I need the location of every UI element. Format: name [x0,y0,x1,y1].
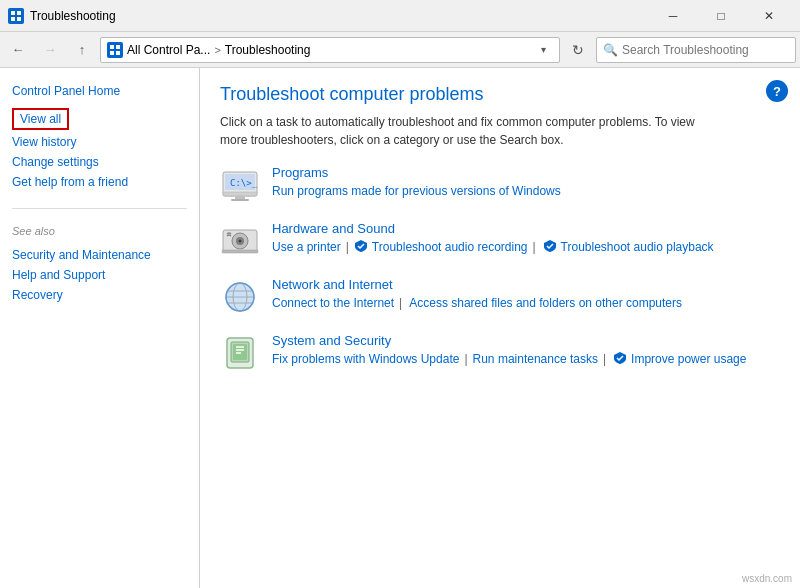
system-content: System and Security Fix problems with Wi… [272,333,780,366]
content-title: Troubleshoot computer problems [220,84,780,105]
hardware-icon [220,221,260,261]
sidebar-link-view-all[interactable]: View all [12,108,69,130]
sep4: | [464,352,467,366]
address-bar: ← → ↑ All Control Pa... > Troubleshootin… [0,32,800,68]
svg-rect-0 [11,11,15,15]
svg-rect-6 [110,51,114,55]
network-link-1[interactable]: Connect to the Internet [272,296,394,310]
category-hardware: Hardware and Sound Use a printer | Troub… [220,221,780,261]
hardware-content: Hardware and Sound Use a printer | Troub… [272,221,780,254]
app-icon [8,8,24,24]
svg-point-17 [239,240,242,243]
search-input[interactable] [622,43,789,57]
window-title: Troubleshooting [30,9,650,23]
path-parent: All Control Pa... [127,43,210,57]
search-icon: 🔍 [603,43,618,57]
sidebar-divider [12,208,187,209]
search-box[interactable]: 🔍 [596,37,796,63]
svg-rect-12 [231,199,249,201]
sidebar-links: View all View history Change settings Ge… [12,108,187,192]
shield-icon-2 [543,239,557,253]
window-controls: ─ □ ✕ [650,0,792,32]
shield-icon-1 [354,239,368,253]
main-container: Control Panel Home View all View history… [0,68,800,588]
svg-rect-11 [235,196,245,199]
minimize-button[interactable]: ─ [650,0,696,32]
sidebar-link-recovery[interactable]: Recovery [12,285,187,305]
svg-rect-2 [11,17,15,21]
sidebar-link-help[interactable]: Help and Support [12,265,187,285]
system-link-3[interactable]: Improve power usage [631,352,746,366]
network-link-2[interactable]: Access shared files and folders on other… [409,296,682,310]
network-content: Network and Internet Connect to the Inte… [272,277,780,310]
sidebar-link-security[interactable]: Security and Maintenance [12,245,187,265]
sidebar-link-change-settings[interactable]: Change settings [12,152,187,172]
sep5: | [603,352,606,366]
sidebar: Control Panel Home View all View history… [0,68,200,588]
help-button[interactable]: ? [766,80,788,102]
svg-text:C:\>_: C:\>_ [230,178,258,188]
path-current: Troubleshooting [225,43,311,57]
svg-rect-1 [17,11,21,15]
hardware-title[interactable]: Hardware and Sound [272,221,780,236]
network-title[interactable]: Network and Internet [272,277,780,292]
close-button[interactable]: ✕ [746,0,792,32]
svg-rect-7 [116,51,120,55]
system-links: Fix problems with Windows Update | Run m… [272,352,780,366]
network-icon [220,277,260,317]
sidebar-link-get-help[interactable]: Get help from a friend [12,172,187,192]
address-path[interactable]: All Control Pa... > Troubleshooting ▾ [100,37,560,63]
programs-icon: C:\>_ [220,165,260,205]
hardware-link-1[interactable]: Use a printer [272,240,341,254]
system-title[interactable]: System and Security [272,333,780,348]
refresh-button[interactable]: ↻ [564,36,592,64]
system-link-2[interactable]: Run maintenance tasks [473,352,598,366]
hardware-link-3[interactable]: Troubleshoot audio playback [561,240,714,254]
svg-rect-3 [17,17,21,21]
maximize-button[interactable]: □ [698,0,744,32]
category-network: Network and Internet Connect to the Inte… [220,277,780,317]
system-icon [220,333,260,373]
path-dropdown-button[interactable]: ▾ [533,37,553,63]
see-also-label: See also [12,225,187,237]
svg-rect-4 [110,45,114,49]
hardware-links: Use a printer | Troubleshoot audio recor… [272,240,780,254]
programs-links: Run programs made for previous versions … [272,184,780,198]
category-system: System and Security Fix problems with Wi… [220,333,780,373]
content-area: ? Troubleshoot computer problems Click o… [200,68,800,588]
path-icon [107,42,123,58]
up-button[interactable]: ↑ [68,36,96,64]
programs-title[interactable]: Programs [272,165,780,180]
back-button[interactable]: ← [4,36,32,64]
shield-icon-3 [613,351,627,365]
sep3: | [399,296,402,310]
network-links: Connect to the Internet | Access shared … [272,296,780,310]
hardware-link-2[interactable]: Troubleshoot audio recording [372,240,528,254]
sep1: | [346,240,349,254]
programs-link-1[interactable]: Run programs made for previous versions … [272,184,561,198]
svg-rect-5 [116,45,120,49]
title-bar: Troubleshooting ─ □ ✕ [0,0,800,32]
svg-rect-10 [223,192,257,196]
path-separator: > [214,44,220,56]
sidebar-home-link[interactable]: Control Panel Home [12,84,187,98]
svg-rect-18 [222,250,258,253]
forward-button[interactable]: → [36,36,64,64]
system-link-1[interactable]: Fix problems with Windows Update [272,352,459,366]
programs-content: Programs Run programs made for previous … [272,165,780,198]
sep2: | [532,240,535,254]
category-programs: C:\>_ Programs Run programs made for pre… [220,165,780,205]
content-description: Click on a task to automatically trouble… [220,113,700,149]
sidebar-link-view-history[interactable]: View history [12,132,187,152]
watermark: wsxdn.com [742,573,792,584]
